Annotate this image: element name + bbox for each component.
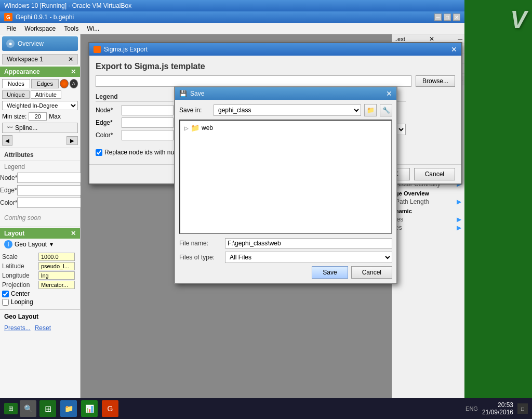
new-folder-btn[interactable]: 📁 [364, 104, 377, 116]
workspace-close-icon[interactable]: ✕ [68, 56, 73, 63]
unique-tab[interactable]: Unique [2, 90, 30, 99]
layout-header: Layout ✕ [0, 228, 80, 239]
show-desktop-btn[interactable]: □ [517, 403, 528, 414]
es2-run-icon[interactable]: ▶ [457, 224, 461, 231]
start-btn[interactable]: ⊞ [4, 403, 18, 414]
looping-checkbox[interactable] [2, 299, 9, 306]
coming-soon-label: Coming soon [0, 210, 80, 226]
save-cancel-btn[interactable]: Cancel [351, 266, 392, 279]
projection-row: Projection [2, 280, 78, 290]
nav-arrows-row: ◀ ▶ [0, 134, 80, 147]
center-area: Sigma.js Export ✕ Export to Sigma.js tem… [81, 34, 392, 398]
folder-options-btn[interactable]: 🔧 [380, 104, 392, 116]
edges-tab[interactable]: Edges [31, 79, 59, 88]
attributes-label: Attributes [4, 151, 34, 159]
spline-btn[interactable]: 〰 Spline... [2, 123, 78, 133]
divider-1 [0, 148, 80, 148]
path-length-run-icon[interactable]: ▶ [457, 198, 461, 205]
legend-col: Legend Node* Edge* Color* [96, 93, 174, 142]
divider-2 [0, 227, 80, 227]
cancel-btn[interactable]: Cancel [414, 168, 455, 180]
web-folder-item[interactable]: ▷ 📁 web [182, 123, 389, 133]
nodes-tab[interactable]: Nodes [2, 79, 30, 88]
file-path-row: Browse... [96, 75, 455, 87]
search-taskbar-btn[interactable]: 🔍 [20, 400, 36, 417]
weighted-degree-select[interactable]: Weighted In-Degree [2, 101, 78, 110]
replace-node-ids-checkbox[interactable] [96, 149, 102, 156]
gephi-minimize-btn[interactable]: ─ [434, 14, 442, 21]
right-tab-label[interactable]: ..ext [394, 36, 405, 42]
node-label: Node* [0, 174, 17, 181]
save-in-select[interactable]: gephi_class [214, 104, 361, 116]
gephi-icon: G [4, 13, 12, 21]
attribute-tab[interactable]: Attribute [31, 90, 61, 99]
workspace-tab[interactable]: Workspace 1 ✕ [2, 54, 78, 64]
scale-input[interactable] [38, 253, 75, 261]
latitude-input[interactable] [38, 262, 75, 270]
taskbar: ⊞ 🔍 ⊞ 📁 📊 G ENG 20:53 21/09/2016 □ [0, 398, 532, 419]
appearance-header: Appearance ✕ [0, 67, 80, 77]
gephi-menu-workspace[interactable]: Workspace [20, 24, 60, 33]
export-dialog-close-btn[interactable]: ✕ [451, 45, 457, 54]
color-input[interactable] [17, 198, 90, 208]
virtualbox-title-bar: Windows 10 [Running] - Oracle VM Virtual… [0, 0, 532, 11]
file-name-label: File name: [179, 240, 221, 247]
giant-overview-title: ge Overview [395, 190, 461, 197]
longitude-input[interactable] [38, 271, 75, 280]
right-minimize-icon[interactable]: ─ [458, 35, 462, 43]
gephi-app: G Gephi 0.9.1 - b.gephi ─ □ ✕ File Works… [0, 11, 464, 398]
search-taskbar-icon: 🔍 [24, 404, 33, 413]
taskbar-icon-4-icon: G [108, 404, 113, 413]
legend-color-input[interactable] [122, 130, 174, 140]
legend-node-input[interactable] [122, 105, 174, 115]
legend-color-label: Color* [96, 132, 122, 139]
edge-input[interactable] [17, 185, 90, 195]
scroll-left-icon[interactable]: ◀ [2, 135, 12, 146]
file-browser: ▷ 📁 web [179, 120, 392, 234]
taskbar-icon-2[interactable]: 📁 [60, 400, 77, 417]
file-path-input[interactable] [96, 75, 411, 87]
nodes-edges-tabs: Nodes Edges A [2, 79, 78, 88]
color-label: Color* [0, 199, 17, 206]
projection-input[interactable] [38, 281, 75, 289]
taskbar-icon-4[interactable]: G [102, 400, 118, 417]
center-checkbox[interactable] [2, 291, 9, 297]
gephi-menu-file[interactable]: File [2, 24, 20, 33]
legend-edge-input[interactable] [122, 117, 174, 128]
files-of-type-select[interactable]: All Files [225, 252, 392, 263]
save-btn[interactable]: Save [312, 266, 348, 279]
overview-btn[interactable]: ● Overview [2, 36, 78, 51]
layout-close-icon[interactable]: ✕ [71, 230, 76, 237]
geo-settings: Scale Latitude Longitude Projection [0, 250, 80, 308]
taskbar-icon-1[interactable]: ⊞ [39, 400, 56, 417]
appearance-label: Appearance [4, 68, 40, 75]
right-close-icon[interactable]: ✕ [429, 35, 434, 43]
taskbar-icon-2-icon: 📁 [64, 404, 73, 413]
node-input[interactable] [17, 173, 90, 183]
size-icon[interactable]: A [70, 79, 78, 88]
nav-right-btn[interactable]: ▶ [66, 136, 78, 145]
min-size-input[interactable] [29, 112, 47, 121]
color-icon[interactable] [60, 79, 69, 88]
gephi-title-buttons: ─ □ ✕ [434, 14, 460, 21]
taskbar-left: ⊞ 🔍 ⊞ 📁 📊 G [4, 400, 119, 417]
files-run-icon[interactable]: ▶ [457, 216, 461, 223]
expand-icon: ▷ [184, 125, 189, 131]
gephi-menu-wi[interactable]: Wi... [83, 24, 103, 33]
taskbar-icon-3[interactable]: 📊 [81, 400, 98, 417]
attributes-header: Attributes [0, 149, 80, 161]
gephi-restore-btn[interactable]: □ [444, 14, 451, 21]
legend-node-row: Node* [96, 105, 174, 115]
collapse-icon[interactable]: ▾ [49, 241, 54, 248]
virtualbox-background: V [464, 0, 532, 398]
presets-row: Presets... Reset [0, 322, 80, 334]
reset-btn[interactable]: Reset [35, 324, 51, 332]
gephi-menu-tools[interactable]: Tools [60, 24, 83, 33]
browse-btn[interactable]: Browse... [416, 75, 455, 87]
geo-layout-item[interactable]: i Geo Layout ▾ [0, 239, 80, 250]
gephi-close-btn[interactable]: ✕ [453, 14, 460, 21]
file-name-input[interactable] [225, 238, 392, 248]
appearance-close-icon[interactable]: ✕ [71, 68, 76, 75]
save-dialog-close-btn[interactable]: ✕ [386, 89, 392, 98]
presets-btn[interactable]: Presets... [4, 324, 31, 332]
